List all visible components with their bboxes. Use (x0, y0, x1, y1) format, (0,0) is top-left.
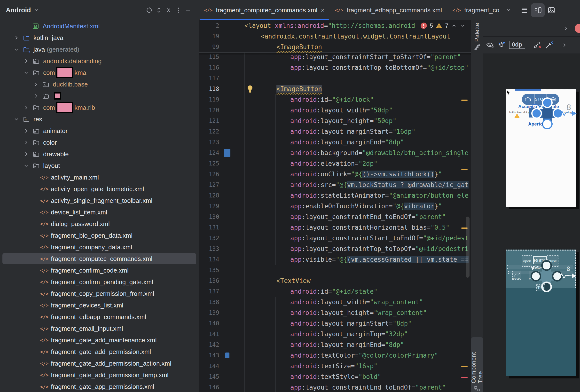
tree-item[interactable]: ducklib.base (0, 79, 199, 90)
tree-item[interactable]: kotlin+java (0, 32, 199, 44)
inspection-stripe-mark[interactable] (461, 169, 468, 170)
tree-item[interactable]: </>activity_main.xml (0, 171, 199, 183)
inspections-widget[interactable]: 5 7 (418, 20, 466, 31)
inspection-stripe-mark[interactable] (461, 377, 468, 378)
locate-file-icon[interactable] (145, 5, 154, 15)
constraint-handle-top[interactable] (541, 260, 552, 271)
tree-item[interactable]: </>fragment_gate_app_permissions.xml (0, 381, 199, 392)
tree-item-label: fragment_confirm_code.xml (51, 264, 129, 276)
constraint-handle-left[interactable] (531, 271, 541, 281)
chevron-down-icon[interactable] (13, 44, 20, 55)
tree-item[interactable]: </>fragment_gate_add_permission.xml (0, 346, 199, 358)
editor-tab[interactable]: </>fragment_co (447, 0, 505, 20)
tree-item[interactable]: </>fragment_copy_permission_from.xml (0, 288, 199, 299)
inspection-stripe-mark[interactable] (461, 100, 468, 101)
blueprint-tex-label[interactable]: Tex (536, 284, 545, 291)
tree-item[interactable]: </>fragment_gate_add_permission_action.x… (0, 358, 199, 369)
tree-item-label: AndroidManifest.xml (43, 20, 100, 32)
chevron-down-icon[interactable] (33, 7, 39, 13)
tree-item[interactable]: res (0, 113, 199, 125)
chevron-right-icon[interactable] (32, 79, 39, 90)
chevron-down-icon[interactable] (23, 160, 29, 171)
code-editor[interactable]: 115app:layout_constraintStart_toStartOf=… (199, 20, 471, 392)
default-margin-selector[interactable]: 0dp (509, 41, 525, 49)
package-icon (32, 67, 40, 79)
close-tab-icon[interactable]: × (321, 7, 324, 13)
tree-item[interactable]: </>fragment_gate_add_maintenance.xml (0, 334, 199, 346)
code-view-button[interactable] (518, 3, 531, 17)
inspection-stripe-mark[interactable] (461, 366, 468, 367)
tree-item[interactable]: </>fragment_company_data.xml (0, 241, 199, 253)
package-icon (42, 79, 49, 90)
color-preview-icon[interactable] (225, 353, 229, 358)
tree-item[interactable]: </>dialog_password.xml (0, 218, 199, 230)
tree-item-label: fragment_gate_add_permission_temp.xml (51, 369, 169, 381)
editor-tab[interactable]: </>fragment_computec_commands.xml× (199, 0, 330, 20)
tree-item[interactable]: </>fragment_devices_list.xml (0, 299, 199, 311)
xml-icon: </> (40, 346, 48, 358)
expand-section-icon[interactable] (563, 25, 569, 32)
tree-item[interactable]: </>activity_single_fragment_toolbar.xml (0, 195, 199, 206)
expand-all-icon[interactable] (154, 5, 164, 15)
tree-item[interactable]: </>fragment_confirm_pending_gate.xml (0, 276, 199, 288)
tree-item[interactable] (0, 90, 199, 102)
res-icon (23, 113, 30, 125)
split-view-button[interactable] (531, 3, 545, 17)
tree-item[interactable]: ✳java (generated) (0, 44, 199, 55)
issue-badge[interactable] (575, 24, 580, 33)
chevron-right-icon[interactable] (23, 137, 29, 148)
tree-item-label: dialog_password.xml (51, 218, 110, 230)
design-view-button[interactable] (545, 3, 558, 17)
tree-item[interactable]: androidx.databinding (0, 55, 199, 67)
blueprint-imageview[interactable]: imageVie (512, 271, 521, 280)
infer-constraints-icon[interactable] (545, 41, 553, 49)
expand-toolbar-icon[interactable] (561, 42, 568, 48)
tree-item-label: animator (43, 125, 68, 137)
tree-item[interactable]: layout (0, 160, 199, 171)
tree-item[interactable]: drawable (0, 148, 199, 160)
constraint-handle-left[interactable] (531, 108, 542, 119)
component-tree-tab[interactable]: Component Tree (471, 337, 483, 392)
project-view-selector[interactable]: Android (6, 6, 31, 14)
design-surface[interactable]: STOP Accesso Pedonale 8 In this time slo… (483, 54, 580, 392)
chevron-right-icon[interactable] (23, 148, 29, 160)
tree-item[interactable]: animator (0, 125, 199, 137)
tree-item[interactable]: </>fragment_edbapp_commands.xml (0, 311, 199, 323)
autoconnect-off-icon[interactable] (497, 41, 506, 49)
tree-item[interactable]: MAndroidManifest.xml (0, 20, 199, 32)
design-preview[interactable]: STOP Accesso Pedonale 8 In this time slo… (506, 89, 576, 207)
code-line: 123android:layout_marginEnd="8dp" (199, 137, 471, 147)
collapse-all-icon[interactable] (164, 5, 173, 15)
tree-item[interactable]: </>activity_open_gate_biometric.xml (0, 183, 199, 195)
view-options-icon[interactable] (486, 41, 494, 49)
tree-item[interactable]: comkma.rib (0, 102, 199, 113)
tree-item[interactable]: </>fragment_confirm_code.xml (0, 264, 199, 276)
tree-item[interactable]: </>device_list_item.xml (0, 206, 199, 218)
palette-tab[interactable]: Palette (471, 23, 483, 59)
constraint-handle-top[interactable] (542, 97, 553, 108)
chevron-right-icon[interactable] (32, 90, 39, 102)
tree-item[interactable]: </>fragment_gate_add_permission_temp.xml (0, 369, 199, 381)
blueprint-preview[interactable]: open Button close TextView imageVie pede… (506, 250, 576, 376)
editor-scrollbar[interactable] (466, 217, 469, 278)
tree-item[interactable]: </>fragment_computec_commands.xml (0, 253, 199, 264)
tree-item[interactable]: </>fragment_bio_open_data.xml (0, 230, 199, 241)
hide-panel-icon[interactable] (183, 5, 193, 15)
editor-tab[interactable]: </>fragment_edbapp_commands.xml (330, 0, 447, 20)
chevron-right-icon[interactable] (13, 32, 20, 44)
tree-item[interactable]: comkma (0, 67, 199, 79)
tree-item-label: fragment_gate_add_permission.xml (51, 346, 151, 358)
chevron-right-icon[interactable] (23, 125, 29, 137)
intention-bulb-icon[interactable] (246, 85, 254, 93)
code-line: 99<ImageButton (199, 42, 471, 52)
chevron-down-icon[interactable] (13, 113, 20, 125)
chevron-down-icon[interactable] (23, 67, 29, 79)
clear-constraints-icon[interactable] (533, 41, 542, 49)
chevron-right-icon[interactable] (23, 102, 29, 113)
tree-item[interactable]: </>fragment_email_input.xml (0, 323, 199, 334)
more-options-icon[interactable] (173, 5, 183, 15)
chevron-right-icon[interactable] (23, 55, 29, 67)
chevron-down-icon[interactable] (505, 6, 512, 14)
drawable-preview-icon[interactable] (224, 149, 230, 157)
tree-item[interactable]: color (0, 137, 199, 148)
